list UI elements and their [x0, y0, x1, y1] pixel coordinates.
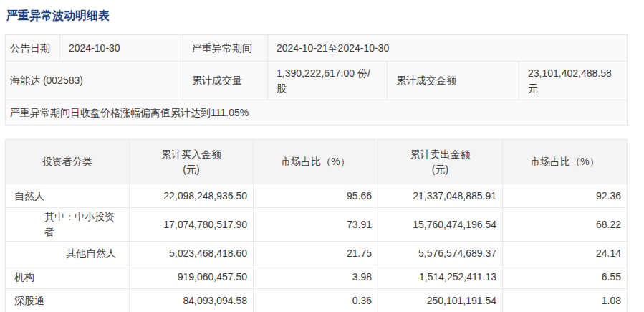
buy-amount-cell: 17,074,780,517.90: [130, 208, 254, 242]
deviation-note: 严重异常期间日收盘价格涨幅偏离值累计达到111.05%: [6, 100, 628, 126]
sell-market-share-cell: 1.08: [503, 289, 628, 312]
buy-market-share-cell: 95.66: [254, 184, 378, 208]
buy-amount-cell: 22,098,248,936.50: [130, 184, 254, 208]
buy-market-share-cell: 21.75: [254, 242, 378, 265]
table-row: 机构919,060,457.503.981,514,252,411.136.55: [6, 265, 628, 289]
table-row: 其中：中小投资者17,074,780,517.9073.9115,760,474…: [6, 208, 628, 242]
sell-amount-cell: 250,101,191.54: [378, 289, 503, 312]
sell-market-share-cell: 24.14: [503, 242, 628, 265]
sell-market-share-cell: 68.22: [503, 208, 628, 242]
amount-label: 累计成交金额: [388, 62, 519, 100]
table-row: 其他自然人5,023,468,418.6021.755,576,574,689.…: [6, 242, 628, 265]
summary-row-stock: 海能达 (002583) 累计成交量 1,390,222,617.00 份/ 股…: [6, 62, 628, 100]
buy-amount-cell: 5,023,468,418.60: [130, 242, 254, 265]
investor-category: 机构: [6, 265, 130, 289]
investor-table: 投资者分类 累计买入金额 (元) 市场占比（%） 累计卖出金额 (元) 市场占比…: [5, 139, 628, 312]
col-header-buy-market-share: 市场占比（%）: [254, 140, 378, 184]
investor-table-header-row: 投资者分类 累计买入金额 (元) 市场占比（%） 累计卖出金额 (元) 市场占比…: [6, 140, 628, 184]
summary-row-note: 严重异常期间日收盘价格涨幅偏离值累计达到111.05%: [6, 100, 628, 126]
sell-market-share-cell: 92.36: [503, 184, 628, 208]
buy-market-share-cell: 3.98: [254, 265, 378, 289]
sell-market-share-cell: 6.55: [503, 265, 628, 289]
col-header-sell-amount: 累计卖出金额 (元): [378, 140, 503, 184]
buy-market-share-cell: 73.91: [254, 208, 378, 242]
sell-amount-cell: 5,576,574,689.37: [378, 242, 503, 265]
summary-row-dates: 公告日期 2024-10-30 严重异常期间 2024-10-21至2024-1…: [6, 35, 628, 62]
abnormal-period-value: 2024-10-21至2024-10-30: [268, 35, 628, 62]
investor-category: 其他自然人: [6, 242, 130, 265]
abnormal-period-label: 严重异常期间: [183, 35, 268, 62]
page-title: 严重异常波动明细表: [6, 9, 627, 22]
amount-value: 23,101,402,488.58 元: [519, 62, 628, 100]
investor-category: 深股通: [6, 289, 130, 312]
investor-category: 自然人: [6, 184, 130, 208]
table-row: 深股通84,093,094.580.36250,101,191.541.08: [6, 289, 628, 312]
investor-table-body: 自然人22,098,248,936.5095.6621,337,048,885.…: [6, 184, 628, 312]
buy-amount-cell: 84,093,094.58: [130, 289, 254, 312]
buy-market-share-cell: 0.36: [254, 289, 378, 312]
announce-date-label: 公告日期: [6, 35, 60, 62]
volume-value: 1,390,222,617.00 份/ 股: [268, 62, 388, 100]
col-header-investor-category: 投资者分类: [6, 140, 130, 184]
stock-name: 海能达 (002583): [6, 62, 183, 100]
col-header-buy-amount: 累计买入金额 (元): [130, 140, 254, 184]
buy-amount-cell: 919,060,457.50: [130, 265, 254, 289]
announce-date-value: 2024-10-30: [60, 35, 183, 62]
sell-amount-cell: 21,337,048,885.91: [378, 184, 503, 208]
col-header-sell-market-share: 市场占比（%）: [503, 140, 628, 184]
investor-category: 其中：中小投资者: [6, 208, 130, 242]
sell-amount-cell: 1,514,252,411.13: [378, 265, 503, 289]
abnormal-fluctuation-panel: 严重异常波动明细表 公告日期 2024-10-30 严重异常期间 2024-10…: [5, 9, 627, 312]
volume-label: 累计成交量: [183, 62, 268, 100]
summary-table: 公告日期 2024-10-30 严重异常期间 2024-10-21至2024-1…: [5, 34, 628, 126]
table-row: 自然人22,098,248,936.5095.6621,337,048,885.…: [6, 184, 628, 208]
sell-amount-cell: 15,760,474,196.54: [378, 208, 503, 242]
